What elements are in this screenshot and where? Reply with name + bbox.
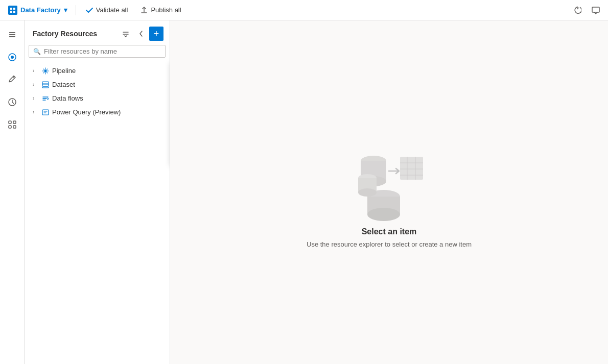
nav-edit-icon[interactable] (2, 69, 22, 90)
svg-rect-14 (13, 126, 16, 128)
collapse-sidebar-button[interactable] (134, 27, 148, 41)
sidebar-header-actions: + (119, 27, 163, 41)
svg-rect-11 (9, 121, 11, 124)
search-icon: 🔍 (33, 48, 41, 55)
tree-item-dataset[interactable]: › Dataset (25, 78, 170, 91)
chevron-dataflows: › (33, 95, 39, 101)
svg-rect-6 (9, 34, 15, 35)
dataset-icon (42, 81, 49, 88)
brand-label: Data Factory (20, 6, 61, 14)
svg-rect-0 (10, 8, 12, 10)
content-area: Select an item Use the resource explorer… (170, 20, 608, 364)
svg-rect-7 (9, 36, 15, 37)
sidebar-tree: › Pipeline › Dataset › (25, 62, 170, 364)
empty-subtitle: Use the resource explorer to select or c… (307, 240, 472, 248)
svg-rect-12 (13, 121, 16, 124)
tree-item-dataflows[interactable]: › Data flows (25, 91, 170, 105)
svg-rect-18 (42, 87, 49, 88)
search-box[interactable]: 🔍 (29, 45, 166, 58)
tree-label-powerquery: Power Query (Preview) (52, 108, 121, 116)
svg-rect-16 (42, 82, 49, 84)
topbar-divider (76, 5, 76, 15)
svg-point-15 (44, 70, 46, 72)
svg-rect-1 (13, 8, 15, 10)
brand-icon (8, 6, 17, 15)
left-nav (0, 20, 25, 364)
svg-point-43 (367, 208, 400, 221)
tree-item-powerquery[interactable]: › Power Query (Preview) (25, 105, 170, 119)
brand-area[interactable]: Data Factory ▾ (4, 6, 72, 15)
validate-all-button[interactable]: Validate all (80, 4, 133, 16)
svg-rect-17 (42, 84, 49, 86)
validate-label: Validate all (96, 6, 128, 14)
svg-point-9 (11, 56, 14, 59)
validate-icon (85, 6, 93, 14)
search-input[interactable] (44, 47, 161, 55)
collapse-all-button[interactable] (119, 27, 133, 41)
svg-rect-13 (9, 126, 11, 128)
empty-title: Select an item (362, 227, 417, 236)
sidebar: Factory Resources + 🔍 (25, 20, 170, 364)
tree-item-pipeline[interactable]: › Pipeline (25, 64, 170, 78)
publish-label: Publish all (151, 6, 181, 14)
chevron-pipeline: › (33, 68, 39, 74)
add-resource-button[interactable]: + (149, 27, 163, 41)
refresh-button[interactable] (569, 2, 586, 18)
tree-label-dataset: Dataset (52, 81, 75, 88)
empty-state: Select an item Use the resource explorer… (307, 136, 472, 248)
brand-chevron: ▾ (64, 6, 67, 14)
main-layout: Factory Resources + 🔍 (0, 20, 608, 364)
svg-rect-19 (42, 110, 49, 115)
chevron-powerquery: › (33, 109, 39, 115)
pipeline-icon (42, 67, 49, 75)
publish-all-button[interactable]: Publish all (135, 4, 186, 16)
nav-settings-icon[interactable] (2, 114, 22, 135)
svg-rect-3 (13, 11, 15, 13)
nav-monitor-icon[interactable] (2, 92, 22, 112)
sidebar-header: Factory Resources + (25, 20, 170, 45)
notifications-button[interactable] (588, 2, 604, 18)
svg-rect-4 (592, 7, 599, 12)
empty-illustration (338, 136, 440, 223)
topbar: Data Factory ▾ Validate all Publish all (0, 0, 608, 20)
svg-point-46 (358, 188, 377, 197)
publish-icon (140, 6, 148, 14)
nav-expand-icon[interactable] (2, 25, 22, 45)
svg-rect-5 (9, 32, 15, 33)
chevron-dataset: › (33, 82, 39, 87)
tree-label-dataflows: Data flows (52, 94, 83, 102)
svg-rect-35 (400, 157, 423, 180)
nav-home-icon[interactable] (2, 47, 22, 67)
dataflows-icon (42, 95, 49, 102)
svg-rect-2 (10, 11, 12, 13)
sidebar-title: Factory Resources (33, 30, 97, 38)
powerquery-icon (42, 109, 49, 116)
tree-label-pipeline: Pipeline (52, 67, 76, 75)
